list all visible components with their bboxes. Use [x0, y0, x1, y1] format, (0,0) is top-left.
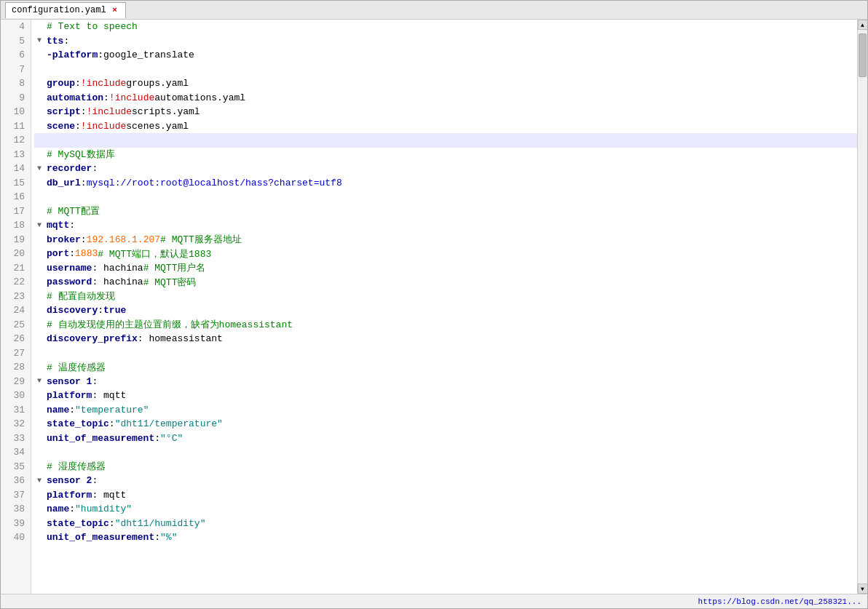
- code-token: automations.yaml: [154, 92, 245, 103]
- code-line: db_url: mysql://root:root@localhost/hass…: [34, 176, 857, 191]
- code-token: : hachina: [92, 263, 143, 274]
- line-number: 23: [1, 290, 31, 304]
- editor-window: configuration.yaml × 4567891011121314151…: [0, 0, 868, 609]
- code-line: discovery_prefix: homeassistant: [34, 332, 857, 346]
- line-number: 8: [1, 76, 31, 91]
- code-token: :: [81, 106, 87, 117]
- title-bar: configuration.yaml ×: [1, 1, 867, 20]
- code-line: ▼sensor 2:: [34, 474, 857, 488]
- code-token: port: [47, 248, 69, 259]
- code-token: db_url: [47, 178, 81, 188]
- code-token: :: [109, 518, 115, 529]
- file-tab[interactable]: configuration.yaml ×: [5, 2, 126, 18]
- code-token: unit_of_measurement: [47, 433, 154, 444]
- code-token: tts: [47, 36, 63, 47]
- code-line: broker: 192.168.1.207 # MQTT服务器地址: [34, 233, 857, 247]
- code-line: automation: !include automations.yaml: [34, 91, 857, 106]
- code-line: script: !include scripts.yaml: [34, 105, 857, 119]
- code-token: :: [69, 405, 75, 415]
- fold-icon[interactable]: ▼: [37, 36, 46, 45]
- fold-icon[interactable]: ▼: [37, 477, 46, 485]
- code-line: password: hachina # MQTT密码: [34, 275, 857, 290]
- code-token: # 配置自动发现: [47, 290, 115, 303]
- tab-filename: configuration.yaml: [12, 5, 106, 15]
- line-number: 16: [1, 190, 31, 204]
- code-line: state_topic: "dht11/temperature": [34, 417, 857, 431]
- code-token: :: [81, 178, 87, 188]
- code-line: ▼sensor 1:: [34, 375, 857, 389]
- code-token: :: [92, 376, 98, 387]
- line-number: 22: [1, 275, 31, 290]
- line-number: 29: [1, 375, 31, 389]
- scrollbar-thumb[interactable]: [859, 33, 867, 77]
- tab-close-button[interactable]: ×: [111, 6, 119, 15]
- line-number: 14: [1, 162, 31, 176]
- code-token: :: [154, 433, 160, 444]
- code-token: "°C": [160, 433, 183, 444]
- line-number: 30: [1, 389, 31, 403]
- code-token: # 自动发现使用的主题位置前缀，缺省为homeassistant: [47, 318, 293, 331]
- line-number: 27: [1, 346, 31, 361]
- code-line: port: 1883 # MQTT端口，默认是1883: [34, 247, 857, 261]
- code-token: :: [69, 248, 75, 259]
- code-token: :: [109, 418, 115, 429]
- code-token: :: [103, 92, 109, 103]
- code-token: "temperature": [75, 405, 149, 415]
- line-number: 36: [1, 474, 31, 488]
- code-token: name: [47, 503, 69, 514]
- line-number: 20: [1, 247, 31, 261]
- line-number: 37: [1, 488, 31, 503]
- status-link: https://blog.csdn.net/qq_258321...: [698, 597, 861, 606]
- fold-icon[interactable]: ▼: [37, 377, 46, 386]
- code-content[interactable]: # Text to speech▼tts: - platform: google…: [31, 20, 857, 594]
- code-token: platform: [52, 49, 98, 60]
- line-number: 39: [1, 517, 31, 531]
- line-number: 13: [1, 148, 31, 162]
- code-line: # 自动发现使用的主题位置前缀，缺省为homeassistant: [34, 318, 857, 333]
- code-token: # MQTT配置: [47, 204, 100, 218]
- line-numbers: 4567891011121314151617181920212223242526…: [1, 20, 31, 594]
- code-token: scripts.yaml: [132, 106, 200, 117]
- scrollbar-track[interactable]: [858, 30, 867, 584]
- code-token: : hachina: [92, 276, 143, 287]
- line-number: 38: [1, 502, 31, 517]
- code-line: [34, 133, 857, 148]
- code-token: :: [75, 121, 81, 132]
- fold-icon[interactable]: ▼: [37, 164, 46, 173]
- line-number: 19: [1, 233, 31, 247]
- code-line: state_topic: "dht11/humidity": [34, 517, 857, 531]
- code-line: ▼recorder:: [34, 162, 857, 176]
- code-token: "dht11/temperature": [115, 418, 223, 429]
- code-token: # MQTT用户名: [143, 261, 206, 274]
- code-token: # MQTT密码: [143, 276, 197, 289]
- line-number: 17: [1, 204, 31, 219]
- code-line: scene: !include scenes.yaml: [34, 119, 857, 134]
- code-line: name: "temperature": [34, 403, 857, 418]
- code-token: :: [92, 475, 98, 486]
- line-number: 32: [1, 417, 31, 431]
- code-token: password: [47, 276, 92, 287]
- line-number: 12: [1, 133, 31, 148]
- scroll-up-button[interactable]: ▲: [858, 20, 868, 30]
- line-number: 26: [1, 332, 31, 346]
- code-line: # MQTT配置: [34, 204, 857, 219]
- fold-icon[interactable]: ▼: [37, 221, 46, 230]
- code-token: google_translate: [103, 49, 194, 60]
- vertical-scrollbar[interactable]: ▲ ▼: [857, 20, 867, 594]
- scroll-down-button[interactable]: ▼: [858, 584, 868, 594]
- line-number: 24: [1, 303, 31, 318]
- code-token: :: [154, 532, 160, 543]
- code-token: script: [47, 106, 81, 117]
- code-token: !include: [109, 92, 154, 103]
- code-line: # 温度传感器: [34, 360, 857, 375]
- code-token: -: [47, 49, 52, 60]
- code-token: "humidity": [75, 503, 132, 514]
- code-token: automation: [47, 92, 103, 103]
- code-token: group: [47, 78, 75, 89]
- code-token: :: [75, 78, 81, 89]
- line-number: 33: [1, 431, 31, 446]
- code-token: !include: [81, 121, 126, 132]
- editor-area: 4567891011121314151617181920212223242526…: [1, 20, 867, 594]
- code-token: true: [103, 305, 126, 316]
- line-number: 18: [1, 218, 31, 233]
